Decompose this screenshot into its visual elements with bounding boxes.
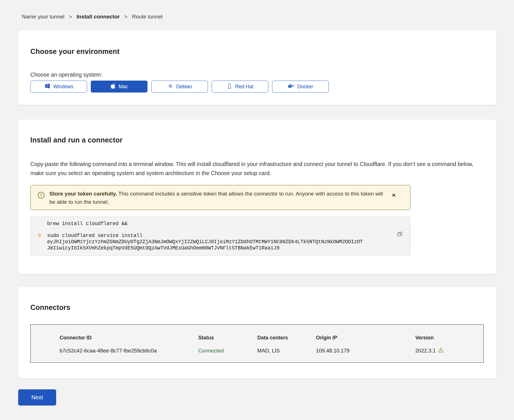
- os-button-row: Windows Mac Debian: [30, 81, 484, 93]
- os-button-label: Windows: [53, 84, 73, 90]
- code-line-command: sudo cloudflared service install: [47, 232, 403, 239]
- breadcrumb-install-connector[interactable]: Install connector: [77, 14, 120, 20]
- os-button-docker[interactable]: Docker: [272, 81, 329, 93]
- data-centers-value: MAD, LIS: [257, 348, 316, 354]
- windows-icon: [44, 83, 50, 91]
- linux-penguin-icon: [227, 83, 232, 91]
- col-data-centers: Data centers: [257, 335, 316, 341]
- next-button[interactable]: Next: [18, 389, 56, 406]
- version-number: 2022.3.1: [415, 348, 436, 354]
- table-row: b7c52c42-6caa-48ee-8c77-fbe259cb6c0a Con…: [60, 347, 475, 354]
- breadcrumb: Name your tunnel > Install connector > R…: [0, 0, 514, 20]
- version-value: 2022.3.1: [415, 347, 475, 354]
- environment-card-title: Choose your environment: [30, 47, 484, 56]
- dollar-prompt: $: [38, 232, 47, 251]
- connector-id-value: b7c52c42-6caa-48ee-8c77-fbe259cb6c0a: [60, 348, 198, 354]
- alert-circle-icon: [37, 192, 45, 201]
- copy-command-button[interactable]: [396, 230, 403, 238]
- warning-title: Store your token carefully.: [49, 191, 117, 197]
- apple-icon: [110, 83, 116, 91]
- breadcrumb-separator: >: [69, 14, 72, 20]
- origin-ip-value: 109.48.10.179: [316, 348, 415, 354]
- os-button-mac[interactable]: Mac: [91, 81, 148, 93]
- status-badge: Connected: [198, 348, 257, 354]
- connectors-table: Connector ID Status Data centers Origin …: [30, 324, 484, 363]
- warning-text: Store your token carefully. This command…: [49, 190, 388, 206]
- breadcrumb-name-your-tunnel[interactable]: Name your tunnel: [22, 14, 64, 20]
- connectors-card-title: Connectors: [30, 303, 484, 312]
- connectors-card: Connectors Connector ID Status Data cent…: [18, 287, 496, 379]
- copy-icon: [397, 234, 403, 238]
- os-button-label: Red Hat: [235, 84, 253, 90]
- close-icon[interactable]: ✕: [392, 192, 396, 198]
- install-connector-card: Install and run a connector Copy-paste t…: [18, 119, 496, 274]
- install-card-title: Install and run a connector: [30, 136, 484, 144]
- debian-swirl-icon: [167, 83, 173, 91]
- col-connector-id: Connector ID: [60, 335, 198, 341]
- os-button-label: Mac: [119, 84, 128, 90]
- install-command-code-block: brew install cloudflared && $ sudo cloud…: [30, 217, 410, 256]
- col-origin-ip: Origin IP: [316, 335, 415, 341]
- os-select-label: Choose an operating system:: [30, 72, 484, 78]
- install-description: Copy-paste the following command into a …: [30, 159, 484, 178]
- os-button-debian[interactable]: Debian: [151, 81, 208, 93]
- os-button-windows[interactable]: Windows: [30, 81, 87, 93]
- connectors-table-header: Connector ID Status Data centers Origin …: [60, 335, 475, 341]
- token-warning-banner: Store your token carefully. This command…: [30, 185, 410, 210]
- choose-environment-card: Choose your environment Choose an operat…: [18, 30, 496, 105]
- breadcrumb-separator: >: [124, 14, 127, 20]
- os-button-label: Docker: [297, 84, 313, 90]
- col-status: Status: [198, 335, 257, 341]
- code-command-wrap: sudo cloudflared service install eyJhIjo…: [47, 232, 403, 251]
- breadcrumb-route-tunnel[interactable]: Route tunnel: [132, 14, 163, 20]
- os-button-label: Debian: [176, 84, 192, 90]
- docker-whale-icon: [288, 83, 294, 90]
- warning-triangle-icon[interactable]: [438, 347, 444, 354]
- prompt-gutter: [38, 220, 47, 227]
- code-token: eyJhIjoiOWM1YjczYzhmZGNmZDUyOTg2ZjA3NmJm…: [47, 239, 363, 251]
- os-button-redhat[interactable]: Red Hat: [212, 81, 268, 93]
- code-line-brew: brew install cloudflared &&: [47, 220, 403, 227]
- col-version: Version: [415, 335, 475, 341]
